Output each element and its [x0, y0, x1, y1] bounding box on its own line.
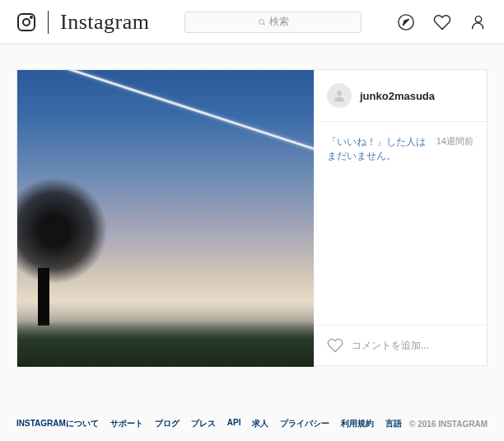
- post-image[interactable]: [17, 70, 314, 367]
- search-placeholder: 検索: [269, 15, 289, 29]
- footer-api[interactable]: API: [227, 418, 241, 429]
- timestamp: 14週間前: [436, 135, 474, 163]
- copyright: © 2016 INSTAGRAM: [409, 420, 488, 429]
- comment-placeholder: コメントを追加...: [352, 339, 429, 353]
- svg-marker-6: [403, 19, 408, 25]
- image-hills: [17, 321, 314, 367]
- post-body: 「いいね！」した人はまだいません。 14週間前: [314, 122, 487, 325]
- svg-line-4: [263, 23, 264, 25]
- footer-privacy[interactable]: プライバシー: [280, 418, 329, 429]
- explore-icon[interactable]: [397, 13, 415, 31]
- wordmark: Instagram: [60, 10, 149, 35]
- svg-point-3: [259, 19, 264, 24]
- nav-icons: [397, 13, 488, 31]
- footer-support[interactable]: サポート: [110, 418, 143, 429]
- image-tree: [17, 177, 116, 326]
- top-nav: Instagram 検索: [0, 0, 504, 45]
- heart-icon[interactable]: [327, 337, 343, 354]
- svg-point-1: [23, 19, 30, 26]
- post-card: junko2masuda 「いいね！」した人はまだいません。 14週間前 コメン…: [16, 69, 488, 366]
- activity-icon[interactable]: [433, 13, 451, 31]
- username-link[interactable]: junko2masuda: [360, 90, 435, 102]
- footer-language[interactable]: 言語: [385, 418, 402, 429]
- profile-icon[interactable]: [469, 13, 488, 31]
- avatar[interactable]: [327, 83, 352, 108]
- instagram-icon: [16, 12, 36, 32]
- footer: INSTAGRAMについて サポート ブログ プレス API 求人 プライバシー…: [0, 406, 504, 441]
- avatar-placeholder-icon: [332, 88, 347, 103]
- svg-point-8: [337, 91, 342, 96]
- footer-press[interactable]: プレス: [191, 418, 216, 429]
- search-icon: [258, 18, 266, 26]
- footer-links: INSTAGRAMについて サポート ブログ プレス API 求人 プライバシー…: [16, 418, 402, 429]
- post-sidebar: junko2masuda 「いいね！」した人はまだいません。 14週間前 コメン…: [314, 70, 487, 365]
- search-input[interactable]: 検索: [184, 12, 362, 33]
- svg-point-7: [475, 16, 481, 21]
- likes-text[interactable]: 「いいね！」した人はまだいません。: [327, 135, 430, 163]
- footer-about[interactable]: INSTAGRAMについて: [16, 418, 99, 429]
- comment-section[interactable]: コメントを追加...: [314, 325, 487, 365]
- logo-divider: [48, 11, 49, 34]
- search-wrap: 検索: [164, 12, 382, 33]
- svg-point-2: [30, 16, 32, 18]
- post-area: junko2masuda 「いいね！」した人はまだいません。 14週間前 コメン…: [0, 45, 504, 366]
- footer-jobs[interactable]: 求人: [252, 418, 268, 429]
- footer-blog[interactable]: ブログ: [155, 418, 180, 429]
- footer-terms[interactable]: 利用規約: [341, 418, 374, 429]
- logo-block[interactable]: Instagram: [16, 10, 149, 35]
- likes-row: 「いいね！」した人はまだいません。 14週間前: [327, 135, 474, 163]
- post-header: junko2masuda: [314, 70, 487, 122]
